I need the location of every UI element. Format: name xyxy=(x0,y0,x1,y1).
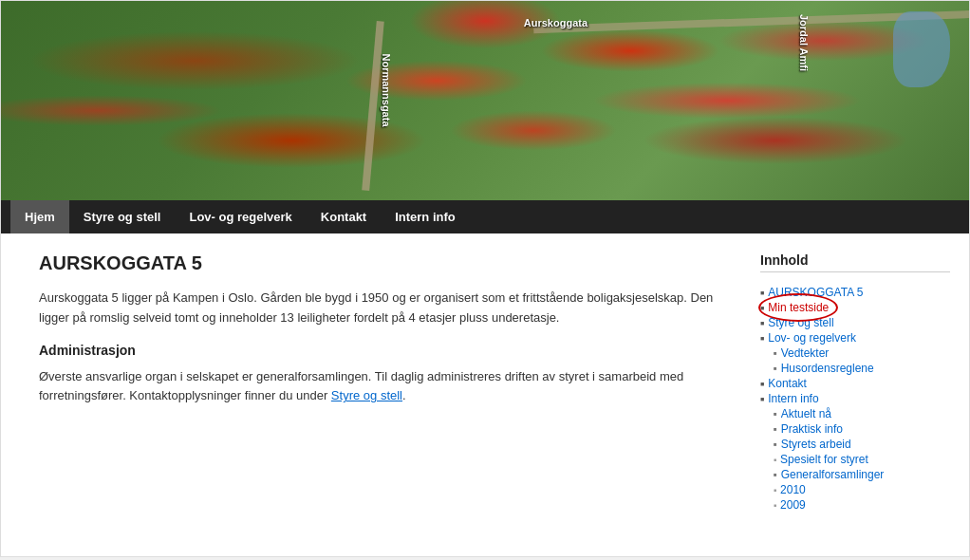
sidebar-item-praktisk[interactable]: Praktisk info xyxy=(774,421,950,437)
nav-item-intern[interactable]: Intern info xyxy=(381,200,470,233)
sidebar-item-intern[interactable]: Intern info xyxy=(760,391,950,406)
nav-link-lov[interactable]: Lov- og regelverk xyxy=(175,200,306,233)
sidebar-link-2010[interactable]: 2010 xyxy=(780,483,806,496)
page-title: AURSKOGGATA 5 xyxy=(39,252,722,274)
sidebar-link-styrets[interactable]: Styrets arbeid xyxy=(781,438,851,451)
sidebar-list-2: Kontakt Intern info xyxy=(760,376,950,406)
sidebar-link-kontakt[interactable]: Kontakt xyxy=(768,377,807,390)
nav-link-hjem[interactable]: Hjem xyxy=(10,200,69,233)
sidebar-innhold: AURSKOGGATA 5 Min testside Styre og stel… xyxy=(760,280,950,513)
sidebar-item-lov[interactable]: Lov- og regelverk xyxy=(760,330,950,345)
sidebar-link-lov[interactable]: Lov- og regelverk xyxy=(768,331,856,345)
map-overlay xyxy=(1,1,969,200)
pond xyxy=(893,11,950,87)
sidebar-link-spesielt[interactable]: Spesielt for styret xyxy=(780,453,868,466)
admin-heading: Administrasjon xyxy=(39,343,722,358)
sidebar-item-kontakt[interactable]: Kontakt xyxy=(760,376,950,391)
header-banner: Normannsgata Aurskoggata Jordal Amfi xyxy=(1,1,969,200)
main-container: AURSKOGGATA 5 Aurskoggata 5 ligger på Ka… xyxy=(1,233,969,556)
nav-item-hjem[interactable]: Hjem xyxy=(10,200,69,233)
sidebar-link-praktisk[interactable]: Praktisk info xyxy=(781,422,843,436)
content-area: AURSKOGGATA 5 Aurskoggata 5 ligger på Ka… xyxy=(39,252,741,537)
highlight-circle: Min testside xyxy=(768,301,829,314)
sidebar-link-aktuelt[interactable]: Aktuelt nå xyxy=(781,407,831,420)
sidebar-item-styre[interactable]: Styre og stell xyxy=(760,315,950,330)
nav-item-styre[interactable]: Styre og stell xyxy=(69,200,176,233)
nav-item-kontakt[interactable]: Kontakt xyxy=(307,200,381,233)
nav-link-intern[interactable]: Intern info xyxy=(381,200,470,233)
sidebar-item-vedtekter[interactable]: Vedtekter xyxy=(774,345,950,361)
nav-link-kontakt[interactable]: Kontakt xyxy=(307,200,381,233)
sidebar-item-aurskoggata[interactable]: AURSKOGGATA 5 xyxy=(760,285,950,300)
sidebar: Innhold AURSKOGGATA 5 Min testside xyxy=(760,252,950,537)
sidebar-item-generalforsamlinger[interactable]: Generalforsamlinger xyxy=(774,467,950,482)
intro-paragraph: Aurskoggata 5 ligger på Kampen i Oslo. G… xyxy=(39,289,722,328)
sidebar-link-2009[interactable]: 2009 xyxy=(780,498,806,512)
sidebar-item-husorden[interactable]: Husordensreglene xyxy=(774,361,950,376)
sidebar-sublist-general: Generalforsamlinger xyxy=(760,467,950,482)
admin-suffix: . xyxy=(402,388,406,402)
admin-paragraph: Øverste ansvarlige organ i selskapet er … xyxy=(39,367,722,407)
sidebar-sublist-years: 2010 2009 xyxy=(760,482,950,513)
sidebar-item-2009[interactable]: 2009 xyxy=(774,497,950,513)
navbar: Hjem Styre og stell Lov- og regelverk Ko… xyxy=(1,200,969,233)
aerial-map: Normannsgata Aurskoggata Jordal Amfi xyxy=(1,1,969,200)
sidebar-link-styre[interactable]: Styre og stell xyxy=(768,316,833,329)
sidebar-item-styrets[interactable]: Styrets arbeid xyxy=(774,437,950,452)
jordal-label: Jordal Amfi xyxy=(798,14,810,71)
sidebar-sublist-styrets: Spesielt for styret xyxy=(760,452,950,467)
styre-link[interactable]: Styre og stell xyxy=(331,388,402,402)
nav-item-lov[interactable]: Lov- og regelverk xyxy=(175,200,306,233)
sidebar-link-min-testside[interactable]: Min testside xyxy=(768,301,829,314)
sidebar-link-generalforsamlinger[interactable]: Generalforsamlinger xyxy=(781,468,885,481)
sidebar-item-min-testside[interactable]: Min testside xyxy=(760,300,950,315)
sidebar-sublist-lov: Vedtekter Husordensreglene xyxy=(760,345,950,376)
nav-link-styre[interactable]: Styre og stell xyxy=(69,200,176,233)
sidebar-heading: Innhold xyxy=(760,252,950,272)
sidebar-item-aktuelt[interactable]: Aktuelt nå xyxy=(774,406,950,421)
sidebar-item-spesielt[interactable]: Spesielt for styret xyxy=(774,452,950,467)
sidebar-link-vedtekter[interactable]: Vedtekter xyxy=(781,346,830,360)
page-wrapper: Normannsgata Aurskoggata Jordal Amfi Hje… xyxy=(0,0,970,557)
sidebar-link-aurskoggata[interactable]: AURSKOGGATA 5 xyxy=(768,286,863,299)
sidebar-item-2010[interactable]: 2010 xyxy=(774,482,950,497)
sidebar-link-intern[interactable]: Intern info xyxy=(768,392,818,405)
sidebar-link-husorden[interactable]: Husordensreglene xyxy=(781,362,874,375)
aurskogg-label: Aurskoggata xyxy=(524,17,588,28)
normanns-label: Normannsgata xyxy=(381,54,392,127)
sidebar-sublist-intern: Aktuelt nå Praktisk info Styrets arbeid xyxy=(760,406,950,452)
sidebar-list: AURSKOGGATA 5 Min testside Styre og stel… xyxy=(760,285,950,345)
